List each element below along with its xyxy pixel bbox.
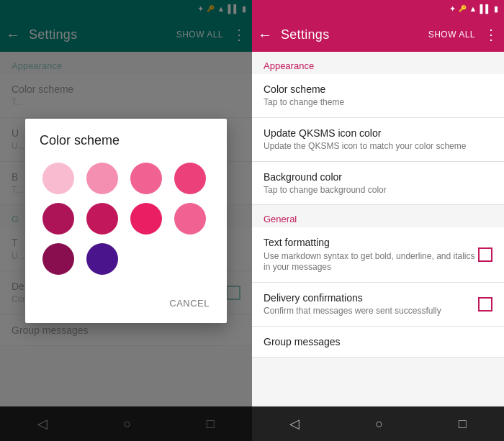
right-status-icons: ✦ 🔑 ▲ ▌▌ ▮ — [449, 4, 498, 14]
right-update-qksms-subtitle: Update the QKSMS icon to match your colo… — [264, 141, 492, 153]
right-more-button[interactable] — [484, 26, 498, 43]
right-nav-home-button[interactable]: ○ — [375, 417, 383, 432]
right-color-scheme-title: Color scheme — [264, 83, 492, 96]
right-settings-content: Appearance Color scheme Tap to change th… — [252, 52, 504, 406]
right-background-text: Background color Tap to change backgroun… — [264, 171, 492, 196]
right-color-scheme-subtitle: Tap to change theme — [264, 97, 492, 109]
right-panel: ✦ 🔑 ▲ ▌▌ ▮ Settings SHOW ALL Appearance … — [252, 0, 504, 441]
right-delivery-checkbox[interactable] — [478, 297, 492, 312]
right-group-title: Group messages — [264, 335, 492, 348]
left-panel: ✦ 🔑 ▲ ▌▌ ▮ Settings SHOW ALL Appearance … — [0, 0, 252, 441]
right-background-title: Background color — [264, 171, 492, 183]
right-battery-icon: ▮ — [494, 4, 498, 14]
right-delivery-subtitle: Confirm that messages were sent successf… — [264, 306, 478, 317]
color-option-9[interactable] — [42, 243, 74, 275]
right-status-bar: ✦ 🔑 ▲ ▌▌ ▮ — [252, 0, 504, 17]
dialog-title: Color scheme — [40, 133, 212, 148]
dialog-cancel-button[interactable]: CANCEL — [166, 292, 212, 314]
color-scheme-dialog: Color scheme CANCEL — [25, 119, 227, 323]
color-option-3[interactable] — [130, 163, 162, 194]
right-group-text: Group messages — [264, 335, 492, 348]
dialog-overlay: Color scheme CANCEL — [0, 0, 252, 441]
color-option-7[interactable] — [130, 203, 162, 235]
right-text-formatting-item[interactable]: Text formatting Use markdown syntax to g… — [252, 227, 504, 282]
color-grid — [40, 163, 212, 275]
right-back-button[interactable] — [258, 27, 272, 43]
color-option-5[interactable] — [42, 203, 74, 235]
color-option-1[interactable] — [42, 163, 74, 194]
color-option-2[interactable] — [86, 163, 118, 194]
right-update-qksms-item[interactable]: Update QKSMS icon color Update the QKSMS… — [252, 118, 504, 162]
right-wifi-icon: ▲ — [469, 4, 477, 13]
right-nav-back-button[interactable]: ◁ — [289, 416, 300, 432]
right-key-icon: 🔑 — [459, 5, 467, 12]
color-option-8[interactable] — [174, 203, 206, 235]
right-delivery-text: Delivery confirmations Confirm that mess… — [264, 291, 478, 317]
right-delivery-item[interactable]: Delivery confirmations Confirm that mess… — [252, 283, 504, 327]
right-appearance-header: Appearance — [252, 52, 504, 74]
right-bottom-nav: ◁ ○ □ — [252, 406, 504, 441]
right-nav-square-button[interactable]: □ — [459, 417, 467, 432]
dialog-actions: CANCEL — [40, 289, 212, 317]
right-bluetooth-icon: ✦ — [449, 4, 456, 14]
right-text-formatting-checkbox[interactable] — [478, 247, 492, 262]
right-background-item[interactable]: Background color Tap to change backgroun… — [252, 162, 504, 206]
color-option-6[interactable] — [86, 203, 118, 235]
right-text-formatting-subtitle: Use markdown syntax to get bold, underli… — [264, 251, 478, 273]
right-update-qksms-title: Update QKSMS icon color — [264, 127, 492, 140]
right-top-bar: Settings SHOW ALL — [252, 17, 504, 52]
right-color-scheme-text: Color scheme Tap to change theme — [264, 83, 492, 109]
right-text-formatting-text: Text formatting Use markdown syntax to g… — [264, 236, 478, 273]
right-color-scheme-item[interactable]: Color scheme Tap to change theme — [252, 74, 504, 118]
color-option-10[interactable] — [86, 243, 118, 275]
right-group-item[interactable]: Group messages — [252, 327, 504, 358]
right-general-header: General — [252, 205, 504, 227]
right-delivery-title: Delivery confirmations — [264, 291, 478, 304]
right-update-qksms-text: Update QKSMS icon color Update the QKSMS… — [264, 127, 492, 153]
right-text-formatting-title: Text formatting — [264, 236, 478, 249]
color-option-4[interactable] — [174, 163, 206, 194]
right-show-all-button[interactable]: SHOW ALL — [428, 29, 475, 40]
right-background-subtitle: Tap to change background color — [264, 185, 492, 196]
right-signal-icon: ▌▌ — [480, 4, 491, 13]
right-page-title: Settings — [281, 27, 428, 42]
